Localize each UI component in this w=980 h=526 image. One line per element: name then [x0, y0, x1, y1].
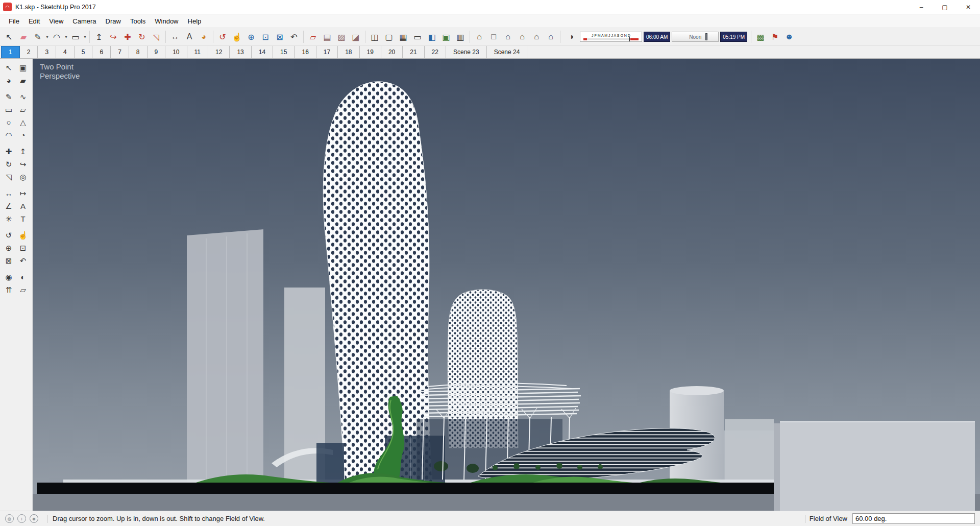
scene-tab-7[interactable]: 7 — [111, 46, 129, 58]
menu-camera[interactable]: Camera — [68, 14, 101, 28]
scene-tab-12[interactable]: 12 — [208, 46, 230, 58]
position-camera-tool[interactable]: ◉ — [2, 271, 16, 283]
scale-tool[interactable]: ◹ — [2, 171, 16, 183]
walk-tool[interactable]: ⇈ — [2, 283, 16, 296]
measurement-input[interactable] — [852, 513, 975, 524]
follow-me-tool[interactable]: ↪ — [106, 30, 120, 44]
scene-tab-8[interactable]: 8 — [129, 46, 148, 58]
orbit-tool[interactable]: ↺ — [215, 30, 230, 44]
menu-view[interactable]: View — [44, 14, 68, 28]
hidden-line-mode-button[interactable]: ▭ — [410, 30, 425, 44]
scene-tab-16[interactable]: 16 — [295, 46, 316, 58]
scale-tool[interactable]: ◹ — [149, 30, 163, 44]
polygon-tool[interactable]: △ — [16, 116, 30, 129]
push-pull-tool[interactable]: ↥ — [16, 145, 30, 158]
section-plane-tool[interactable]: ▱ — [306, 30, 320, 44]
menu-window[interactable]: Window — [150, 14, 183, 28]
menu-tools[interactable]: Tools — [126, 14, 150, 28]
shaded-mode-button[interactable]: ◧ — [425, 30, 439, 44]
scene-tab-21[interactable]: 21 — [403, 46, 424, 58]
line-tool[interactable]: ✎ — [31, 30, 45, 44]
look-around-tool[interactable]: ◐ — [16, 271, 30, 283]
scene-tab-2[interactable]: 2 — [20, 46, 38, 58]
follow-me-tool[interactable]: ↪ — [16, 158, 30, 171]
select-tool[interactable]: ↖ — [2, 61, 16, 74]
maximize-button[interactable]: ▢ — [933, 0, 957, 14]
zoom-window-tool[interactable]: ⊡ — [258, 30, 273, 44]
menu-file[interactable]: File — [4, 14, 24, 28]
tape-measure-tool[interactable]: ↔ — [2, 187, 16, 200]
dimension-tool[interactable]: ↦ — [16, 187, 30, 200]
account-icon[interactable]: ☻ — [782, 30, 796, 44]
close-button[interactable]: ✕ — [957, 0, 980, 14]
scene-tab-4[interactable]: 4 — [56, 46, 75, 58]
zoom-tool[interactable]: ⊕ — [2, 242, 16, 254]
orbit-tool[interactable]: ↺ — [2, 229, 16, 242]
shadow-date-track[interactable] — [583, 38, 639, 40]
scene-tab-3[interactable]: 3 — [38, 46, 56, 58]
circle-tool[interactable]: ○ — [2, 116, 16, 129]
shadow-time-marker[interactable] — [705, 33, 707, 40]
paint-bucket-tool[interactable]: ◕ — [2, 74, 16, 87]
freehand-tool[interactable]: ∿ — [16, 90, 30, 103]
arc-tool-dropdown[interactable]: ▾ — [64, 35, 68, 39]
arc-tool[interactable]: ◠ — [2, 129, 16, 141]
move-tool[interactable]: ✚ — [120, 30, 135, 44]
right-view-button[interactable]: ⌂ — [515, 30, 529, 44]
zoom-window-tool[interactable]: ⊡ — [16, 242, 30, 254]
arc-tool[interactable]: ◠ — [50, 30, 64, 44]
scene-tab-20[interactable]: 20 — [381, 46, 403, 58]
scene-tab-11[interactable]: 11 — [187, 46, 208, 58]
pan-tool[interactable]: ☝ — [16, 229, 30, 242]
shaded-textures-mode-button[interactable]: ▣ — [439, 30, 453, 44]
push-pull-tool[interactable]: ↥ — [92, 30, 106, 44]
eraser-tool[interactable]: ▰ — [16, 30, 31, 44]
section-fill-toggle[interactable]: ◪ — [349, 30, 363, 44]
line-tool[interactable]: ✎ — [2, 90, 16, 103]
make-component-tool[interactable]: ▣ — [16, 61, 30, 74]
text-tool[interactable]: A — [16, 200, 30, 212]
back-edges-toggle[interactable]: ◫ — [368, 30, 382, 44]
scene-tab-17[interactable]: 17 — [316, 46, 338, 58]
scene-tab-1[interactable]: 1 — [1, 46, 20, 58]
minimize-button[interactable]: – — [910, 0, 933, 14]
text-tool[interactable]: A — [182, 30, 197, 44]
offset-tool[interactable]: ◎ — [16, 171, 30, 183]
rotate-tool[interactable]: ↻ — [135, 30, 149, 44]
zoom-extents-tool[interactable]: ⊠ — [2, 254, 16, 267]
shapes-tool-dropdown[interactable]: ▾ — [83, 35, 87, 39]
top-view-button[interactable]: □ — [486, 30, 501, 44]
scene-tab-14[interactable]: 14 — [252, 46, 273, 58]
move-tool[interactable]: ✚ — [2, 145, 16, 158]
wireframe-mode-button[interactable]: ▦ — [396, 30, 410, 44]
scene-tab-9[interactable]: 9 — [148, 46, 166, 58]
flag-icon[interactable]: ⚑ — [768, 30, 782, 44]
scene-tab-5[interactable]: 5 — [75, 46, 93, 58]
geolocation-icon[interactable]: ◍ — [5, 514, 14, 523]
scene-tab-23[interactable]: Scene 23 — [446, 46, 487, 58]
xray-mode-button[interactable]: ▢ — [382, 30, 396, 44]
zoom-tool[interactable]: ⊕ — [244, 30, 258, 44]
shadow-date-slider[interactable]: J F M A M J J A S O N D — [580, 32, 642, 42]
rotate-tool[interactable]: ↻ — [2, 158, 16, 171]
previous-view-tool[interactable]: ↶ — [16, 254, 30, 267]
rotated-rectangle-tool[interactable]: ▱ — [16, 103, 30, 116]
pan-tool[interactable]: ☝ — [230, 30, 244, 44]
scene-tab-19[interactable]: 19 — [360, 46, 381, 58]
model-viewport[interactable]: Two Point Perspective — [33, 59, 980, 511]
previous-view-tool[interactable]: ↶ — [287, 30, 301, 44]
display-section-cuts-toggle[interactable]: ▤ — [320, 30, 334, 44]
menu-edit[interactable]: Edit — [24, 14, 44, 28]
section-plane-tool[interactable]: ▱ — [16, 283, 30, 296]
line-tool-dropdown[interactable]: ▾ — [45, 35, 50, 39]
select-tool[interactable]: ↖ — [2, 30, 16, 44]
zoom-extents-tool[interactable]: ⊠ — [273, 30, 287, 44]
scene-tab-15[interactable]: 15 — [273, 46, 295, 58]
shadow-settings-icon[interactable]: ◑ — [564, 30, 578, 44]
axes-tool[interactable]: ✳ — [2, 212, 16, 225]
front-view-button[interactable]: ⌂ — [501, 30, 515, 44]
tape-measure-tool[interactable]: ↔ — [168, 30, 182, 44]
scene-tab-13[interactable]: 13 — [230, 46, 251, 58]
shapes-tool[interactable]: ▭ — [68, 30, 83, 44]
display-section-planes-toggle[interactable]: ▨ — [334, 30, 349, 44]
